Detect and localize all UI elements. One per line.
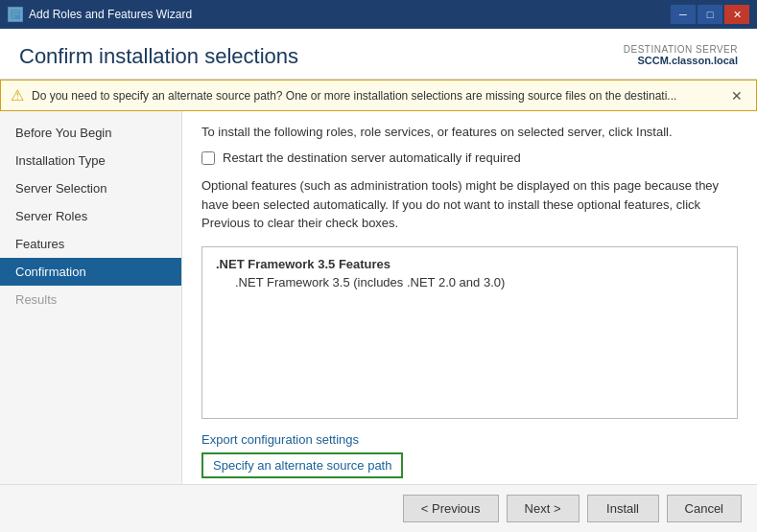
page-title: Confirm installation selections bbox=[19, 44, 298, 69]
footer: < Previous Next > Install Cancel bbox=[0, 484, 757, 532]
wizard-icon bbox=[8, 7, 23, 22]
install-button[interactable]: Install bbox=[587, 495, 659, 522]
sidebar-item-server-selection[interactable]: Server Selection bbox=[0, 174, 181, 202]
sidebar-item-features[interactable]: Features bbox=[0, 230, 181, 258]
features-box: .NET Framework 3.5 Features .NET Framewo… bbox=[201, 246, 738, 419]
cancel-button[interactable]: Cancel bbox=[667, 495, 742, 522]
restart-checkbox[interactable] bbox=[201, 151, 215, 165]
export-link-section: Export configuration settings bbox=[201, 432, 738, 447]
server-label: DESTINATION SERVER bbox=[624, 44, 738, 55]
alt-source-link[interactable]: Specify an alternate source path bbox=[201, 452, 403, 478]
export-link[interactable]: Export configuration settings bbox=[201, 432, 359, 447]
server-info: DESTINATION SERVER SCCM.classon.local bbox=[624, 44, 738, 66]
warning-close-button[interactable]: ✕ bbox=[727, 88, 746, 104]
main-content: To install the following roles, role ser… bbox=[182, 111, 757, 484]
header: Confirm installation selections DESTINAT… bbox=[0, 29, 757, 80]
minimize-button[interactable]: ─ bbox=[671, 5, 696, 24]
sidebar-item-confirmation[interactable]: Confirmation bbox=[0, 258, 181, 286]
server-value: SCCM.classon.local bbox=[624, 55, 738, 66]
next-button[interactable]: Next > bbox=[507, 495, 580, 522]
window-content: Confirm installation selections DESTINAT… bbox=[0, 29, 757, 532]
sidebar-item-server-roles[interactable]: Server Roles bbox=[0, 202, 181, 230]
sidebar-item-results: Results bbox=[0, 286, 181, 313]
feature-group: .NET Framework 3.5 Features bbox=[216, 257, 723, 271]
sidebar: Before You Begin Installation Type Serve… bbox=[0, 111, 182, 484]
restart-checkbox-label: Restart the destination server automatic… bbox=[223, 150, 521, 165]
maximize-button[interactable]: □ bbox=[698, 5, 722, 24]
optional-text: Optional features (such as administratio… bbox=[201, 176, 738, 233]
title-bar-title: Add Roles and Features Wizard bbox=[29, 8, 192, 21]
intro-text: To install the following roles, role ser… bbox=[201, 125, 738, 139]
alt-source-section: Specify an alternate source path bbox=[201, 452, 738, 478]
title-bar-left: Add Roles and Features Wizard bbox=[8, 7, 192, 22]
sidebar-item-installation-type[interactable]: Installation Type bbox=[0, 147, 181, 174]
warning-text: Do you need to specify an alternate sour… bbox=[32, 89, 720, 103]
warning-icon: ⚠ bbox=[11, 86, 24, 104]
body-area: Before You Begin Installation Type Serve… bbox=[0, 111, 757, 484]
restart-checkbox-row: Restart the destination server automatic… bbox=[201, 150, 738, 165]
title-bar: Add Roles and Features Wizard ─ □ ✕ bbox=[0, 0, 757, 29]
sidebar-item-before-you-begin[interactable]: Before You Begin bbox=[0, 119, 181, 147]
close-button[interactable]: ✕ bbox=[724, 5, 749, 24]
previous-button[interactable]: < Previous bbox=[403, 495, 499, 522]
warning-banner: ⚠ Do you need to specify an alternate so… bbox=[0, 80, 757, 111]
title-bar-controls: ─ □ ✕ bbox=[671, 5, 749, 24]
feature-item: .NET Framework 3.5 (includes .NET 2.0 an… bbox=[216, 275, 723, 289]
